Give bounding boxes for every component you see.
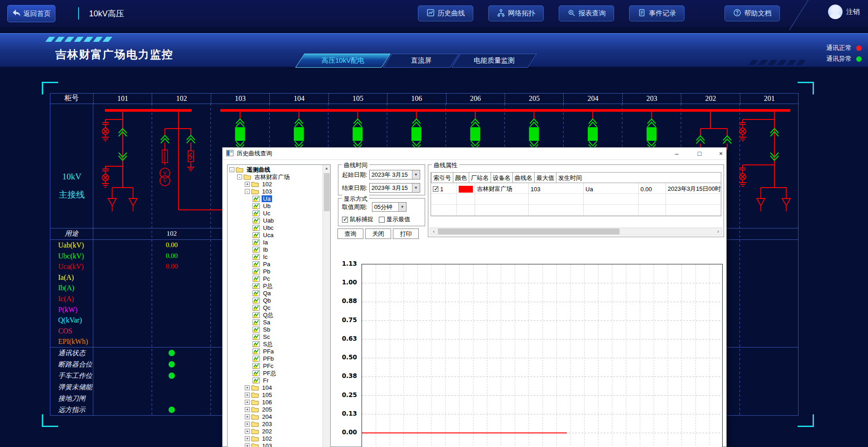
tree-item[interactable]: + 102 [228,180,322,188]
tree-item[interactable]: + 103 [228,442,322,447]
tree-item[interactable]: Qb [228,297,322,304]
scroll-thumb[interactable] [438,228,620,234]
tree-item[interactable]: Pa [228,260,322,268]
logout-button[interactable]: 注销 [846,8,860,16]
close-button[interactable]: × [714,149,728,159]
tree-toggle[interactable]: + [245,392,250,397]
tree-item-label[interactable]: 105 [261,392,273,398]
minimize-button[interactable]: – [670,149,684,159]
tree-item[interactable]: Uc [228,209,322,217]
tree-item[interactable]: Ib [228,246,322,253]
print-button[interactable]: 打印 [393,228,419,239]
tree-toggle[interactable]: + [245,407,250,412]
tree-item[interactable]: + 203 [228,420,322,427]
tree-item-label[interactable]: S总 [262,341,274,348]
tab-dc-panel[interactable]: 直流屏 [383,54,459,68]
tree-item[interactable]: Ua [228,195,322,202]
tree-item[interactable]: + 102 [228,435,322,442]
tree-item-label[interactable]: Pc [262,275,271,282]
tree-item-label[interactable]: 205 [261,406,273,413]
tree-toggle[interactable]: - [229,167,234,172]
period-select[interactable]: 05分钟 ▼ [372,202,407,212]
tree-item-label[interactable]: PFc [262,363,275,369]
tree-item[interactable]: PFc [228,362,322,369]
tree-item[interactable]: - 吉林财富广场 [228,173,322,180]
tree-item[interactable]: + 202 [228,427,322,435]
tree-item-label[interactable]: Qb [262,297,272,304]
tree-toggle[interactable]: - [245,189,250,194]
nav-event-log-button[interactable]: 事件记录 [629,5,684,21]
tree-item-label[interactable]: Ic [262,253,269,260]
tree-item[interactable]: Ub [228,202,322,209]
tree-item-label[interactable]: Sc [262,333,271,340]
tree-item-label[interactable]: Sa [262,319,272,326]
tree-item[interactable]: P总 [228,282,322,289]
tree-item[interactable]: PF总 [228,369,322,377]
tree-item-label[interactable]: Uc [262,210,272,217]
tree-item-label[interactable]: P总 [262,283,274,289]
tree-item[interactable]: Qa [228,289,322,297]
tree-toggle[interactable]: + [245,429,250,434]
dialog-title-bar[interactable]: 历史曲线查询 [223,148,726,160]
tree-item-label[interactable]: Ia [262,239,269,246]
tree-item[interactable]: Sc [228,333,322,340]
tree-item-label[interactable]: 204 [261,413,273,420]
tree-item-label[interactable]: Fr [262,377,270,384]
tree-item-label[interactable]: PFb [262,355,275,362]
tree-toggle[interactable]: + [245,443,250,447]
tree-item[interactable]: Sa [228,318,322,326]
attribute-table-hscrollbar[interactable]: ‹ › [430,228,722,235]
close-dialog-button[interactable]: 关闭 [365,228,391,239]
dropdown-arrow-icon[interactable]: ▼ [412,184,420,192]
show-extremes-checkbox[interactable] [379,217,385,223]
tree-item[interactable]: - 遥测曲线 [228,166,322,173]
tree-item-label[interactable]: PF总 [262,370,278,377]
scroll-thumb[interactable] [324,173,330,211]
tree-item-label[interactable]: Qa [262,290,272,297]
tree-item-label[interactable]: 104 [261,384,273,391]
query-button[interactable]: 查询 [337,228,363,239]
tree-item[interactable]: Uab [228,217,322,224]
tree-item-label[interactable]: Ib [262,246,269,253]
tree-item[interactable]: + 205 [228,406,322,413]
tree-item[interactable]: - 103 [228,188,322,195]
user-avatar-icon[interactable] [828,5,843,19]
curve-row-checkbox[interactable] [433,186,438,192]
tree-item[interactable]: + 104 [228,384,322,391]
tree-item[interactable]: + 106 [228,398,322,406]
tree-item[interactable]: Ia [228,238,322,246]
nav-report-query-button[interactable]: 报表查询 [559,5,614,21]
tree-item-label[interactable]: 202 [261,428,273,435]
attribute-table-row[interactable]: 1 吉林财富广场 103 Ua 0.00 2023年3月15日00时0 [431,183,721,194]
tab-hv-10kv-distribution[interactable]: 高压10kV配电 [295,54,391,68]
tree-toggle[interactable]: + [245,385,250,390]
tree-item-label[interactable]: 吉林财富广场 [253,174,291,180]
tree-item-label[interactable]: PFa [262,348,275,355]
nav-history-curve-button[interactable]: 历史曲线 [418,5,473,21]
tree-item-label[interactable]: Uca [262,232,275,238]
tree-item-label[interactable]: 203 [261,421,273,427]
tree-item[interactable]: Uca [228,231,322,238]
start-date-select[interactable]: 2023年 3月15 ▼ [369,170,420,179]
tree-item-label[interactable]: Ub [262,203,272,209]
tree-item[interactable]: S总 [228,340,322,348]
tree-item[interactable]: + 105 [228,391,322,398]
tree-toggle[interactable]: + [245,414,250,419]
nav-help-doc-button[interactable]: 帮助文档 [724,5,780,21]
tree-item-label[interactable]: Qc [262,304,272,311]
tree-item[interactable]: + 204 [228,413,322,420]
tree-item-label[interactable]: Q总 [262,312,275,318]
back-home-button[interactable]: 返回首页 [7,5,55,22]
mouse-capture-checkbox[interactable] [342,217,348,223]
tree-scrollbar[interactable]: ▲ [322,165,330,447]
tree-item-label[interactable]: Uab [262,217,275,224]
tree-item[interactable]: Sb [228,326,322,333]
tree-item[interactable]: Fr [228,377,322,384]
tree-item[interactable]: Pc [228,275,322,282]
tree-item-label[interactable]: Ua [262,195,272,202]
dropdown-arrow-icon[interactable]: ▼ [398,203,406,211]
tree-item-label[interactable]: 遥测曲线 [245,166,272,173]
scroll-right-arrow[interactable]: › [714,228,722,235]
tree-item[interactable]: Pb [228,268,322,275]
tree-toggle[interactable]: - [237,174,242,179]
